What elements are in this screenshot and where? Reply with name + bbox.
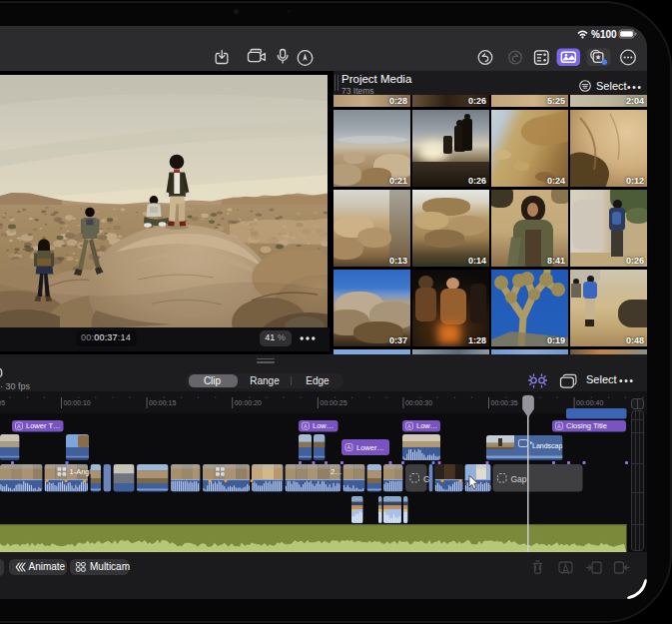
- svg-text:00:00:15: 00:00:15: [149, 399, 176, 406]
- svg-text:00:00:25: 00:00:25: [320, 399, 346, 406]
- svg-text:Low…: Low…: [416, 421, 437, 430]
- svg-text:A: A: [347, 444, 351, 450]
- svg-text:A: A: [17, 423, 21, 429]
- svg-text:2…: 2…: [331, 467, 342, 476]
- svg-text:00:00:20: 00:00:20: [235, 399, 262, 406]
- svg-text:00:00:05: 00:00:05: [0, 399, 5, 406]
- svg-text:00:00:10: 00:00:10: [64, 399, 91, 406]
- svg-text:00:00:40: 00:00:40: [576, 399, 603, 406]
- svg-text:00:00:35: 00:00:35: [491, 399, 518, 406]
- svg-text:Closing Title: Closing Title: [566, 421, 607, 430]
- svg-text:Low…: Low…: [313, 421, 334, 430]
- svg-text:A: A: [557, 423, 561, 429]
- svg-text:A: A: [407, 423, 411, 429]
- svg-text:00:00:30: 00:00:30: [405, 399, 432, 406]
- svg-text:Lower T…: Lower T…: [26, 421, 60, 430]
- svg-text:Lower…: Lower…: [356, 443, 384, 452]
- svg-text:Gap: Gap: [511, 474, 527, 484]
- svg-text:A: A: [304, 423, 308, 429]
